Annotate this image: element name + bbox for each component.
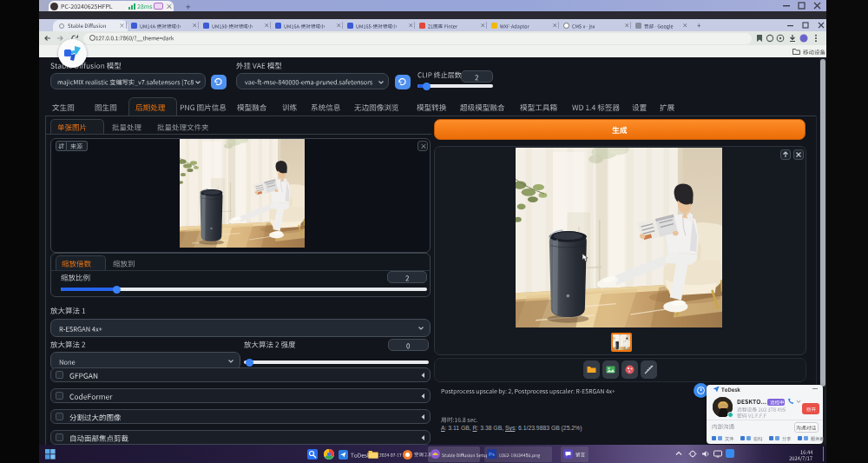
svg-text:Ps: Ps xyxy=(489,452,495,457)
